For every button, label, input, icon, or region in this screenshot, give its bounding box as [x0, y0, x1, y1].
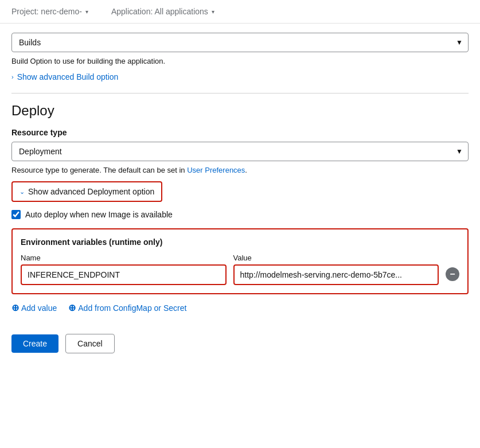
project-label: Project: nerc-demo- [11, 7, 82, 16]
builds-helper-text: Build Option to use for building the app… [11, 57, 469, 65]
action-row: Create Cancel [11, 325, 469, 353]
add-from-label: Add from ConfigMap or Secret [78, 303, 186, 313]
section-divider: Deploy [11, 93, 469, 119]
show-advanced-build-label: Show advanced Build option [17, 72, 119, 81]
env-variables-section: Environment variables (runtime only) Nam… [11, 228, 469, 294]
resource-helper-text: Resource type to generate. The default c… [11, 166, 469, 174]
add-value-link[interactable]: ⊕ Add value [11, 302, 57, 313]
chevron-down-icon: ⌄ [19, 188, 25, 196]
add-value-label: Add value [21, 303, 57, 313]
application-selector[interactable]: Application: All applications ▾ [111, 7, 214, 16]
main-content: Builds ▼ Build Option to use for buildin… [0, 24, 480, 365]
deployment-select[interactable]: Deployment [11, 142, 469, 161]
top-bar: Project: nerc-demo- ▾ Application: All a… [0, 0, 480, 24]
add-from-configmap-link[interactable]: ⊕ Add from ConfigMap or Secret [68, 302, 186, 313]
auto-deploy-label: Auto deploy when new Image is available [25, 210, 173, 219]
application-label: Application: All applications [111, 7, 208, 16]
show-advanced-deployment-box[interactable]: ⌄ Show advanced Deployment option [11, 181, 162, 202]
user-preferences-link[interactable]: User Preferences [187, 166, 245, 174]
env-name-label: Name [21, 254, 227, 262]
env-name-input[interactable] [21, 264, 227, 285]
project-selector[interactable]: Project: nerc-demo- ▾ [11, 7, 88, 16]
env-section-title: Environment variables (runtime only) [21, 237, 459, 247]
deployment-select-wrapper: Deployment ▼ [11, 142, 469, 161]
add-links-row: ⊕ Add value ⊕ Add from ConfigMap or Secr… [11, 302, 469, 313]
builds-select-wrapper: Builds ▼ [11, 33, 469, 52]
env-value-label: Value [233, 254, 439, 262]
env-value-input[interactable] [233, 264, 439, 285]
deploy-title: Deploy [11, 103, 469, 119]
create-button[interactable]: Create [11, 334, 58, 353]
add-from-icon: ⊕ [68, 302, 76, 313]
show-advanced-deployment-label: Show advanced Deployment option [28, 187, 154, 196]
chevron-right-icon: › [11, 73, 14, 80]
add-value-icon: ⊕ [11, 302, 19, 313]
builds-select[interactable]: Builds [11, 33, 469, 52]
application-chevron-icon: ▾ [212, 9, 214, 15]
minus-icon: − [450, 270, 455, 279]
env-name-field-wrapper: Name [21, 254, 227, 285]
cancel-button[interactable]: Cancel [65, 334, 115, 353]
resource-type-label: Resource type [11, 128, 469, 137]
env-value-field-wrapper: Value [233, 254, 439, 285]
env-remove-button[interactable]: − [446, 267, 459, 281]
auto-deploy-checkbox[interactable] [11, 210, 21, 219]
project-chevron-icon: ▾ [85, 9, 88, 15]
auto-deploy-row: Auto deploy when new Image is available [11, 210, 469, 219]
env-variable-row: Name Value − [21, 254, 459, 285]
show-advanced-build-link[interactable]: › Show advanced Build option [11, 72, 469, 81]
